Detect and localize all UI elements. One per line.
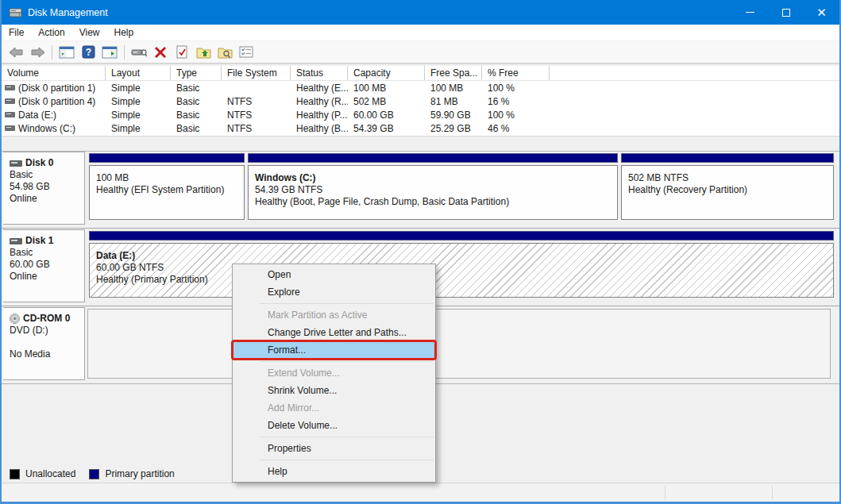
close-button[interactable]: ✕ <box>804 0 839 25</box>
disk-name: Disk 0 <box>25 157 53 169</box>
partition-status: Healthy (Boot, Page File, Crash Dump, Ba… <box>255 196 617 208</box>
partition-color-bar <box>89 231 834 240</box>
cell-fs: NTFS <box>222 96 291 107</box>
cell-layout: Simple <box>106 96 171 107</box>
context-item-explore[interactable]: Explore <box>233 283 435 301</box>
partition-status: Healthy (EFI System Partition) <box>96 184 244 196</box>
cdrom-drive-letter: DVD (D:) <box>10 325 81 337</box>
disk0-panel[interactable]: Disk 0 Basic 54.98 GB Online <box>3 152 85 225</box>
partition-size: 60.00 GB NTFS <box>96 262 833 274</box>
cell-capacity: 54.39 GB <box>348 123 425 134</box>
cell-status: Healthy (B... <box>291 123 348 134</box>
context-item-delete-volume[interactable]: Delete Volume... <box>233 417 435 434</box>
cell-fs: NTFS <box>222 123 291 134</box>
cdrom-media-status: No Media <box>10 348 81 360</box>
disk-size: 54.98 GB <box>10 181 81 193</box>
folder-up-icon[interactable] <box>194 43 213 61</box>
column-header-status[interactable]: Status <box>291 66 348 80</box>
customize-view-icon[interactable] <box>237 43 256 61</box>
volume-icon <box>5 85 15 90</box>
volume-icon <box>5 112 15 117</box>
context-item-change-drive-letter[interactable]: Change Drive Letter and Paths... <box>233 324 435 341</box>
legend-unallocated-label: Unallocated <box>25 468 75 479</box>
cell-free: 81 MB <box>425 96 482 107</box>
column-header-layout[interactable]: Layout <box>106 66 171 80</box>
cell-capacity: 60.00 GB <box>348 110 425 121</box>
disk-view-icon[interactable] <box>129 43 149 61</box>
disk-name: CD-ROM 0 <box>23 313 70 325</box>
disk-name: Disk 1 <box>25 235 53 247</box>
cell-type: Basic <box>171 83 222 94</box>
column-header-volume[interactable]: Volume <box>2 66 106 80</box>
partition-title: Data (E:) <box>96 250 833 262</box>
forward-icon[interactable] <box>28 43 47 61</box>
cd-icon <box>10 314 20 324</box>
back-icon[interactable] <box>6 43 25 61</box>
disk-management-window: Disk Management ✕ File Action View Help … <box>0 0 841 504</box>
context-item-help[interactable]: Help <box>233 463 435 480</box>
disk-type: Basic <box>10 247 81 259</box>
show-console-tree-icon[interactable] <box>57 43 76 61</box>
unallocated-swatch <box>10 469 20 479</box>
volume-name: Windows (C:) <box>18 123 75 134</box>
delete-volume-icon[interactable] <box>151 43 170 61</box>
partition-color-bar <box>89 153 245 163</box>
folder-find-icon[interactable] <box>215 43 234 61</box>
column-header-filler <box>550 66 839 80</box>
volume-row[interactable]: Data (E:) Simple Basic NTFS Healthy (P..… <box>2 108 839 121</box>
minimize-button[interactable] <box>732 0 768 25</box>
check-task-icon[interactable] <box>172 43 191 61</box>
disk-management-app-icon <box>9 7 23 18</box>
partition-context-menu: Open Explore Mark Partition as Active Ch… <box>232 264 436 483</box>
toolbar-separator <box>52 45 52 60</box>
windows-c-partition-block[interactable]: Windows (C:) 54.39 GB NTFS Healthy (Boot… <box>248 153 618 225</box>
disk-status: Online <box>10 193 81 205</box>
cell-pct-free: 16 % <box>482 96 550 107</box>
cell-free: 25.29 GB <box>425 123 482 134</box>
recovery-partition-block[interactable]: 502 MB NTFS Healthy (Recovery Partition) <box>621 153 834 225</box>
context-item-properties[interactable]: Properties <box>233 440 435 457</box>
column-header-capacity[interactable]: Capacity <box>348 66 425 80</box>
show-action-pane-icon[interactable] <box>100 43 119 61</box>
toolbar: ? <box>2 41 839 64</box>
context-item-shrink-volume[interactable]: Shrink Volume... <box>233 382 435 399</box>
column-header-free-space[interactable]: Free Spa... <box>425 66 482 80</box>
title-bar: Disk Management ✕ <box>2 0 839 25</box>
volume-icon <box>5 98 15 104</box>
pane-splitter[interactable] <box>2 137 839 151</box>
partition-status: Healthy (Primary Partition) <box>96 274 833 286</box>
maximize-button[interactable] <box>768 0 804 25</box>
menu-help[interactable]: Help <box>107 25 141 40</box>
cell-type: Basic <box>171 96 222 107</box>
column-header-type[interactable]: Type <box>171 66 222 80</box>
volume-name: (Disk 0 partition 1) <box>18 83 95 94</box>
status-bar-divider <box>772 486 773 500</box>
volume-row[interactable]: (Disk 0 partition 4) Simple Basic NTFS H… <box>2 94 839 108</box>
volume-list: Volume Layout Type File System Status Ca… <box>2 66 839 137</box>
cell-status: Healthy (R... <box>291 96 348 107</box>
volume-row[interactable]: Windows (C:) Simple Basic NTFS Healthy (… <box>2 121 839 135</box>
volume-list-header: Volume Layout Type File System Status Ca… <box>2 66 839 81</box>
disk-status: Online <box>10 271 81 283</box>
partition-color-bar <box>248 153 618 163</box>
column-header-file-system[interactable]: File System <box>222 66 291 80</box>
disk0-row: Disk 0 Basic 54.98 GB Online 100 MB Heal… <box>2 152 839 229</box>
volume-row[interactable]: (Disk 0 partition 1) Simple Basic Health… <box>2 81 839 94</box>
volume-name: Data (E:) <box>18 110 56 121</box>
column-header-pct-free[interactable]: % Free <box>482 66 550 80</box>
menu-action[interactable]: Action <box>31 25 71 40</box>
data-e-partition-block[interactable]: Data (E:) 60.00 GB NTFS Healthy (Primary… <box>89 231 834 302</box>
cell-layout: Simple <box>106 123 171 134</box>
context-item-format[interactable]: Format... <box>233 341 435 359</box>
menu-view[interactable]: View <box>72 25 107 40</box>
context-item-mark-partition-active: Mark Partition as Active <box>233 306 435 324</box>
disk-icon <box>10 160 22 167</box>
cdrom-panel[interactable]: CD-ROM 0 DVD (D:) No Media <box>3 307 85 380</box>
context-item-open[interactable]: Open <box>233 266 435 283</box>
disk1-panel[interactable]: Disk 1 Basic 60.00 GB Online <box>3 229 85 302</box>
efi-partition-block[interactable]: 100 MB Healthy (EFI System Partition) <box>89 153 245 225</box>
status-bar-divider <box>665 486 665 500</box>
help-icon[interactable]: ? <box>79 43 98 61</box>
menu-file[interactable]: File <box>2 25 31 40</box>
cell-free: 100 MB <box>425 83 482 94</box>
